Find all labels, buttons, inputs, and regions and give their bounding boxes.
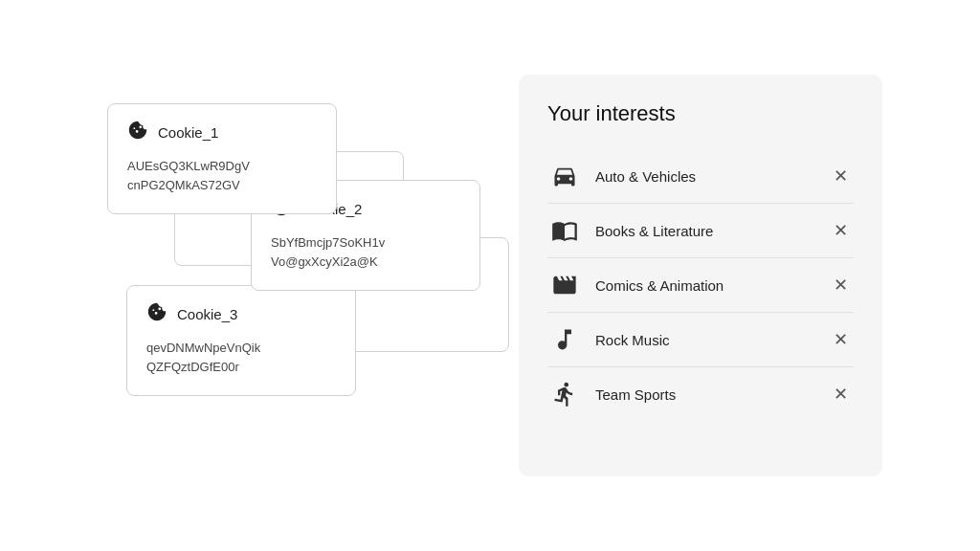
interest-item-sports: Team Sports ✕: [547, 367, 854, 421]
cookie-name-1: Cookie_1: [158, 124, 218, 141]
main-container: Cookie_1 AUEsGQ3KLwR9DgV cnPG2QMkAS72GV …: [0, 0, 980, 551]
cookie-value-3: qevDNMwNpeVnQik QZFQztDGfE00r: [146, 339, 336, 376]
interests-panel: Your interests Auto & Vehicles ✕ Books &…: [519, 75, 882, 476]
interest-label-sports: Team Sports: [595, 386, 814, 403]
cookie-value-2: SbYfBmcjp7SoKH1v Vo@gxXcyXi2a@K: [271, 233, 460, 271]
remove-books-button[interactable]: ✕: [828, 218, 854, 243]
interest-item-auto: Auto & Vehicles ✕: [547, 149, 854, 204]
cookies-panel: Cookie_1 AUEsGQ3KLwR9DgV cnPG2QMkAS72GV …: [98, 84, 461, 467]
remove-auto-button[interactable]: ✕: [828, 164, 854, 188]
interest-label-auto: Auto & Vehicles: [595, 168, 814, 185]
interests-title: Your interests: [547, 101, 854, 126]
sports-icon: [547, 377, 582, 411]
cookie-name-3: Cookie_3: [177, 306, 237, 322]
cookie-card-1: Cookie_1 AUEsGQ3KLwR9DgV cnPG2QMkAS72GV: [107, 103, 337, 214]
rock-icon: [547, 322, 582, 357]
cookie-icon-1: [127, 120, 148, 145]
comics-icon: [547, 268, 582, 302]
interest-item-comics: Comics & Animation ✕: [547, 258, 854, 313]
cookie-card-3: Cookie_3 qevDNMwNpeVnQik QZFQztDGfE00r: [126, 285, 356, 396]
cookie-value-1: AUEsGQ3KLwR9DgV cnPG2QMkAS72GV: [127, 157, 317, 194]
remove-comics-button[interactable]: ✕: [828, 273, 854, 298]
remove-sports-button[interactable]: ✕: [828, 382, 854, 407]
cookie-icon-3: [146, 301, 167, 327]
interest-item-rock: Rock Music ✕: [547, 313, 854, 367]
interest-label-rock: Rock Music: [595, 332, 814, 348]
interest-label-comics: Comics & Animation: [595, 277, 814, 294]
interest-label-books: Books & Literature: [595, 223, 814, 239]
books-icon: [547, 213, 582, 248]
remove-rock-button[interactable]: ✕: [828, 327, 854, 352]
interest-item-books: Books & Literature ✕: [547, 204, 854, 258]
auto-icon: [547, 159, 582, 193]
